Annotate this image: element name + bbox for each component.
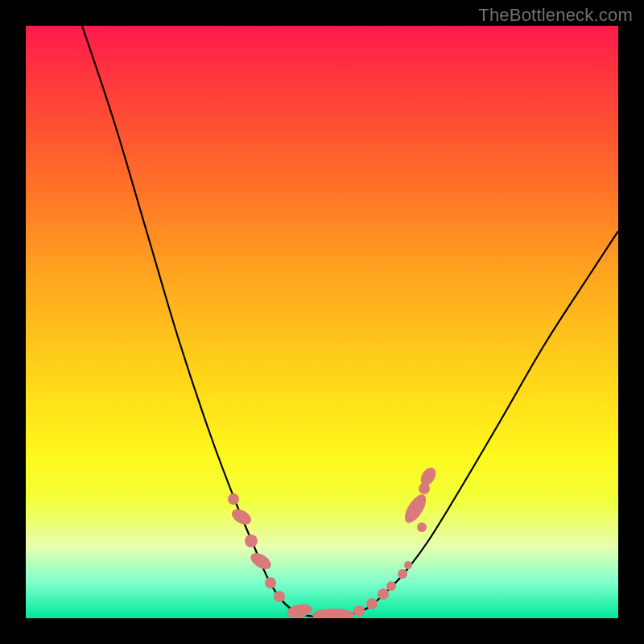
data-marker xyxy=(386,581,396,591)
chart-overlay-svg xyxy=(26,26,618,618)
data-marker xyxy=(404,561,412,569)
attribution-text: TheBottleneck.com xyxy=(478,5,633,26)
chart-frame: TheBottleneck.com xyxy=(0,0,644,644)
data-marker xyxy=(353,605,365,617)
data-marker xyxy=(265,577,276,588)
data-marker xyxy=(398,569,407,579)
data-marker xyxy=(274,591,285,602)
data-marker xyxy=(245,535,258,547)
data-marker xyxy=(366,598,378,609)
data-marker xyxy=(378,588,389,600)
data-markers xyxy=(228,465,439,618)
data-marker xyxy=(417,522,427,532)
data-marker xyxy=(312,609,354,618)
data-marker xyxy=(401,491,430,526)
data-marker xyxy=(229,506,254,528)
data-marker xyxy=(248,550,274,572)
bottleneck-curve xyxy=(82,26,618,617)
data-marker xyxy=(228,493,239,505)
